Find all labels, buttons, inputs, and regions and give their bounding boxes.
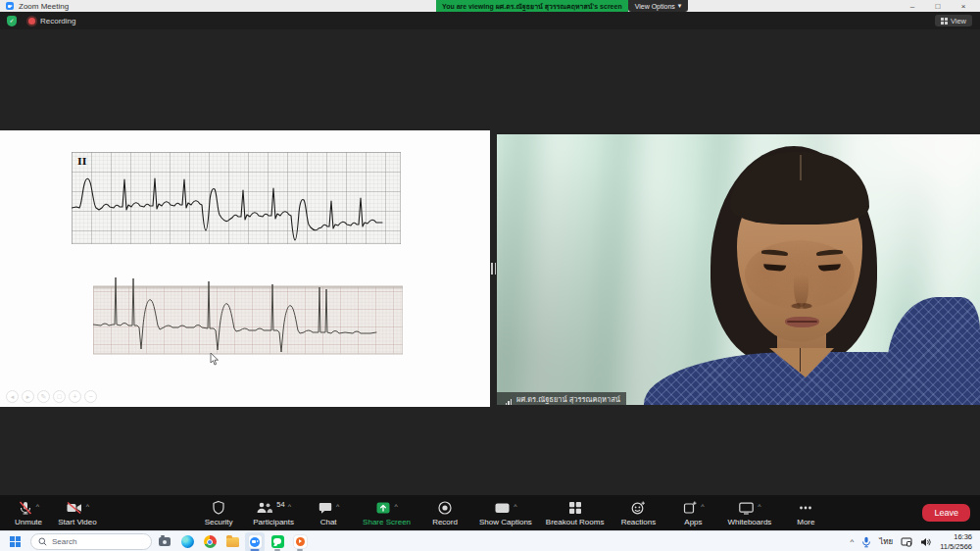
edge-icon [181,535,194,548]
share-banner-text: You are viewing ผศ.ดร.ณัฐธยาน์ สุวรรณคฤห… [436,0,628,12]
video-options-chevron[interactable]: ^ [86,503,89,510]
system-tray: ^ ไทย 16:36 11/5/2566 [850,532,972,551]
share-screen-icon [375,500,391,516]
slide-view-button[interactable]: □ [53,390,66,403]
participants-count: 54 [276,500,284,509]
apps-button[interactable]: ^ Apps [668,500,717,526]
start-video-button[interactable]: ^ Start Video [53,500,102,526]
taskbar-search[interactable]: Search [30,533,152,550]
meeting-info-bar: ✓ Recording View [0,12,980,29]
file-explorer-app[interactable] [222,532,242,551]
window-controls: – □ × [900,0,976,12]
security-shield-icon: ✓ [7,16,17,26]
minimize-button[interactable]: – [900,2,925,11]
mic-in-use-icon[interactable] [861,536,871,548]
screen-share-banner: You are viewing ผศ.ดร.ณัฐธยาน์ สุวรรณคฤห… [436,0,688,12]
edge-app[interactable] [177,532,197,551]
chrome-icon [204,535,217,548]
connection-signal-icon [503,390,513,406]
camera-off-icon [66,500,83,516]
cast-screen-icon[interactable] [901,537,912,547]
captions-icon: CC [494,500,511,516]
participant-video-tile: ผศ.ดร.ณัฐธยาน์ สุวรรณคฤหาสน์ [497,134,980,405]
reactions-button[interactable]: Reactions [613,500,662,526]
zoom-taskbar-app[interactable] [245,532,265,551]
recording-dot-icon [28,18,35,25]
zoom-meeting-window: Zoom Meeting – □ × You are viewing ผศ.ดร… [0,0,980,551]
view-grid-icon [941,18,948,25]
chat-chevron[interactable]: ^ [336,503,339,510]
chat-bubble-icon [318,500,333,516]
screenshot-tool-app[interactable] [155,532,174,551]
whiteboards-button[interactable]: ^ Whiteboards [723,500,775,526]
apps-icon [682,500,698,516]
zoom-app-icon [6,2,14,10]
zoom-out-button[interactable]: − [84,390,97,403]
ecg-strip-paced [93,274,403,356]
captions-chevron[interactable]: ^ [514,503,516,510]
media-player-app[interactable] [290,532,310,551]
speaker-icon[interactable] [920,537,932,547]
breakout-rooms-icon [567,500,583,516]
share-screen-button[interactable]: ^ Share Screen [359,500,415,526]
clock-date: 11/5/2566 [940,542,972,551]
zoom-in-button[interactable]: + [69,390,81,403]
shield-icon [211,500,226,516]
start-button[interactable] [10,536,21,547]
window-title: Zoom Meeting [19,2,69,11]
more-button[interactable]: More [781,500,830,526]
media-player-icon [294,535,307,548]
record-icon [437,500,453,516]
pen-tool-button[interactable]: ✎ [37,390,50,403]
search-icon [38,537,47,546]
taskbar-clock[interactable]: 16:36 11/5/2566 [940,532,972,551]
svg-text:CC: CC [499,506,507,512]
whiteboards-chevron[interactable]: ^ [758,503,760,510]
chat-button[interactable]: ^ Chat [304,500,353,526]
windows-taskbar: Search ^ ไทย 16:36 11/ [0,530,980,551]
close-button[interactable]: × [951,2,976,11]
record-button[interactable]: Record [420,500,469,526]
next-slide-button[interactable]: ▸ [22,390,34,403]
recording-status: Recording [40,17,75,25]
whiteboard-icon [738,500,755,516]
participant-name-tag: ผศ.ดร.ณัฐธยาน์ สุวรรณคฤหาสน์ [497,392,626,405]
leave-button[interactable]: Leave [922,504,970,522]
chrome-app[interactable] [200,532,220,551]
maximize-button[interactable]: □ [925,2,951,11]
prev-slide-button[interactable]: ◂ [6,390,19,403]
share-options-chevron[interactable]: ^ [394,503,397,510]
participants-button[interactable]: 54 ^ Participants [249,500,298,526]
view-layout-button[interactable]: View [935,15,972,26]
line-icon [271,535,284,548]
participants-chevron[interactable]: ^ [288,503,291,510]
clock-time: 16:36 [940,532,972,542]
zoom-icon [249,535,262,548]
chevron-down-icon: ▾ [678,2,682,10]
show-captions-button[interactable]: CC ^ Show Captions [475,500,536,526]
security-button[interactable]: Security [194,500,243,526]
camera-tool-icon [159,537,171,546]
shared-screen-panel: II ◂ ▸ ✎ □ + − [0,130,490,407]
meeting-toolbar: ^ Unmute ^ Start Video [0,495,980,530]
presenter-controls: ◂ ▸ ✎ □ + − [6,390,97,403]
view-options-button[interactable]: View Options ▾ [628,0,689,12]
folder-icon [226,537,239,547]
participants-icon [256,500,273,516]
language-indicator[interactable]: ไทย [879,535,893,548]
audio-options-chevron[interactable]: ^ [36,503,39,510]
reactions-smiley-icon [630,500,646,516]
line-app[interactable] [268,532,287,551]
breakout-rooms-button[interactable]: Breakout Rooms [542,500,609,526]
mouse-cursor [210,353,220,366]
microphone-muted-icon [18,500,33,516]
more-dots-icon [798,500,813,516]
ecg-lead-label: II [77,156,87,167]
panel-resize-handle[interactable] [490,263,497,278]
ecg-strip-lead2: II [72,152,401,244]
tray-overflow-chevron[interactable]: ^ [850,537,854,546]
unmute-button[interactable]: ^ Unmute [4,500,53,526]
apps-chevron[interactable]: ^ [701,503,704,510]
